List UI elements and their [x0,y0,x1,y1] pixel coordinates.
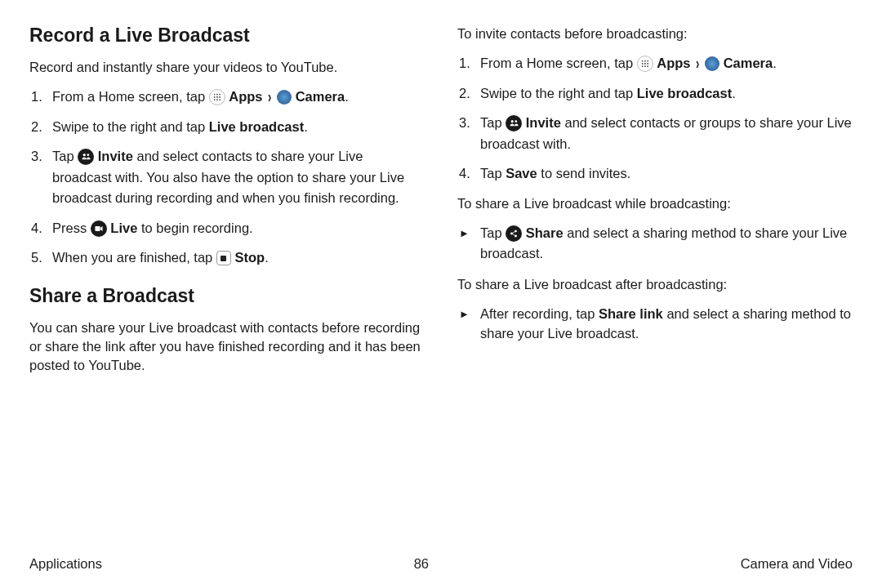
camera-label: Camera [724,56,773,70]
text: Live [110,220,137,235]
text: Share [526,225,564,240]
chevron-right-icon: › [268,85,271,109]
share-during-step: Tap Share and select a sharing method to… [457,223,853,264]
text: Save [506,166,537,180]
heading-record: Record a Live Broadcast [29,24,425,47]
heading-share: Share a Broadcast [29,285,425,307]
page-content: Record a Live Broadcast Record and insta… [29,24,853,385]
text: Live broadcast [209,119,304,134]
svg-rect-2 [95,226,100,231]
text: Invite [526,115,561,130]
live-icon [91,220,107,237]
text: . [345,89,349,104]
share-after-text: To share a Live broadcast after broadcas… [457,275,853,294]
step-1: From a Home screen, tap Apps › Camera. [29,87,425,108]
text: Press [52,220,91,235]
stop-icon [216,251,231,265]
right-column: To invite contacts before broadcasting: … [457,24,853,385]
svg-point-1 [87,154,89,157]
step-3: Tap Invite and select contacts to share … [29,146,425,209]
svg-point-0 [82,154,85,156]
text: Tap [480,166,506,180]
invite-before-text: To invite contacts before broadcasting: [457,24,853,43]
share-during-text: To share a Live broadcast while broadcas… [457,194,853,213]
footer-right: Camera and Video [741,556,853,572]
text: . [732,86,736,100]
text: From a Home screen, tap [52,89,209,104]
apps-icon [637,56,653,72]
text: Tap [480,225,506,240]
text: Share link [599,306,663,321]
step-1: From a Home screen, tap Apps › Camera. [457,53,853,74]
text: . [265,250,269,265]
text: Tap [480,115,506,130]
apps-label: Apps [229,89,262,104]
footer-left: Applications [29,556,102,572]
page-footer: Applications 86 Camera and Video [29,548,853,572]
text: Stop [234,250,265,265]
svg-point-3 [510,120,513,122]
share-intro: You can share your Live broadcast with c… [29,318,425,375]
record-steps: From a Home screen, tap Apps › Camera. S… [29,87,425,269]
share-after-step: After recording, tap Share link and sele… [457,304,853,345]
text: . [773,56,777,70]
left-column: Record a Live Broadcast Record and insta… [29,24,425,385]
text: When you are finished, tap [52,250,216,265]
text: Swipe to the right and tap [480,86,637,100]
invite-icon [78,149,94,165]
step-2: Swipe to the right and tap Live broadcas… [457,83,853,105]
step-5: When you are finished, tap Stop. [29,247,425,269]
intro-text: Record and instantly share your videos t… [29,58,425,77]
camera-icon [277,90,292,105]
text: After recording, tap [480,306,599,321]
apps-label: Apps [657,56,690,70]
apps-icon [209,89,225,105]
step-2: Swipe to the right and tap Live broadcas… [29,117,425,138]
page-number: 86 [414,556,429,572]
invite-icon [506,115,522,131]
step-3: Tap Invite and select contacts or groups… [457,113,853,154]
svg-point-4 [514,121,517,123]
chevron-right-icon: › [696,51,699,76]
text: Tap [52,149,78,163]
text: Live broadcast [637,86,732,100]
text: Swipe to the right and tap [52,119,209,134]
text: to send invites. [537,166,631,180]
step-4: Press Live to begin recording. [29,218,425,239]
text: . [304,119,308,134]
text: From a Home screen, tap [480,56,637,70]
camera-icon [705,56,719,71]
share-icon [506,225,522,242]
camera-label: Camera [296,89,345,104]
invite-steps: From a Home screen, tap Apps › Camera. S… [457,53,853,185]
text: Invite [98,149,133,163]
text: to begin recording. [137,220,252,235]
step-4: Tap Save to send invites. [457,163,853,185]
